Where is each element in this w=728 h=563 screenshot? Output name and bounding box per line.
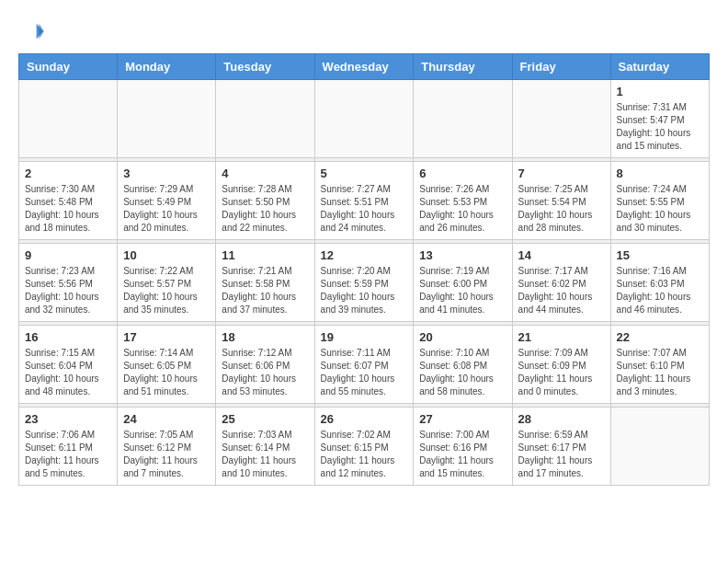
calendar-week-4: 16Sunrise: 7:15 AM Sunset: 6:04 PM Dayli… xyxy=(19,326,710,404)
day-number: 26 xyxy=(321,412,408,426)
day-info: Sunrise: 7:21 AM Sunset: 5:58 PM Dayligh… xyxy=(222,265,308,316)
calendar-cell: 4Sunrise: 7:28 AM Sunset: 5:50 PM Daylig… xyxy=(216,162,314,240)
calendar-cell: 5Sunrise: 7:27 AM Sunset: 5:51 PM Daylig… xyxy=(314,162,414,240)
calendar-week-2: 2Sunrise: 7:30 AM Sunset: 5:48 PM Daylig… xyxy=(19,162,710,240)
calendar-cell: 1Sunrise: 7:31 AM Sunset: 5:47 PM Daylig… xyxy=(610,80,709,158)
day-number: 17 xyxy=(123,330,210,344)
day-info: Sunrise: 7:26 AM Sunset: 5:53 PM Dayligh… xyxy=(419,183,506,235)
weekday-header-monday: Monday xyxy=(118,54,216,80)
calendar-cell: 24Sunrise: 7:05 AM Sunset: 6:12 PM Dayli… xyxy=(118,408,216,486)
weekday-header-sunday: Sunday xyxy=(19,54,118,80)
day-number: 14 xyxy=(518,248,605,262)
day-number: 12 xyxy=(321,248,408,262)
day-info: Sunrise: 7:12 AM Sunset: 6:06 PM Dayligh… xyxy=(222,347,308,398)
weekday-header-friday: Friday xyxy=(512,54,610,80)
svg-marker-1 xyxy=(39,24,44,40)
day-number: 5 xyxy=(321,167,408,180)
day-info: Sunrise: 7:25 AM Sunset: 5:54 PM Dayligh… xyxy=(518,183,605,235)
calendar-cell: 9Sunrise: 7:23 AM Sunset: 5:56 PM Daylig… xyxy=(19,244,118,322)
calendar-cell: 19Sunrise: 7:11 AM Sunset: 6:07 PM Dayli… xyxy=(314,326,414,404)
day-number: 9 xyxy=(25,248,111,262)
day-number: 11 xyxy=(222,248,308,262)
calendar-cell: 23Sunrise: 7:06 AM Sunset: 6:11 PM Dayli… xyxy=(19,408,118,486)
day-info: Sunrise: 7:10 AM Sunset: 6:08 PM Dayligh… xyxy=(419,347,506,398)
day-number: 1 xyxy=(617,85,703,98)
day-info: Sunrise: 7:07 AM Sunset: 6:10 PM Dayligh… xyxy=(617,347,703,398)
calendar-cell xyxy=(314,80,414,158)
calendar-cell: 10Sunrise: 7:22 AM Sunset: 5:57 PM Dayli… xyxy=(118,244,216,322)
logo-icon xyxy=(18,18,44,44)
day-number: 25 xyxy=(222,412,308,426)
day-info: Sunrise: 7:09 AM Sunset: 6:09 PM Dayligh… xyxy=(518,347,605,398)
day-info: Sunrise: 7:30 AM Sunset: 5:48 PM Dayligh… xyxy=(25,183,111,235)
day-number: 19 xyxy=(321,330,408,344)
day-info: Sunrise: 7:24 AM Sunset: 5:55 PM Dayligh… xyxy=(617,183,703,235)
day-number: 15 xyxy=(617,248,703,262)
day-number: 22 xyxy=(617,330,703,344)
calendar-cell: 8Sunrise: 7:24 AM Sunset: 5:55 PM Daylig… xyxy=(610,162,709,240)
day-number: 3 xyxy=(123,167,210,180)
calendar-week-5: 23Sunrise: 7:06 AM Sunset: 6:11 PM Dayli… xyxy=(19,408,710,486)
day-number: 21 xyxy=(518,330,605,344)
weekday-header-tuesday: Tuesday xyxy=(216,54,314,80)
calendar-cell: 28Sunrise: 6:59 AM Sunset: 6:17 PM Dayli… xyxy=(512,408,610,486)
day-number: 8 xyxy=(617,167,703,180)
calendar-cell: 7Sunrise: 7:25 AM Sunset: 5:54 PM Daylig… xyxy=(512,162,610,240)
weekday-header-wednesday: Wednesday xyxy=(314,54,414,80)
calendar-cell: 6Sunrise: 7:26 AM Sunset: 5:53 PM Daylig… xyxy=(414,162,512,240)
calendar-cell xyxy=(512,80,610,158)
calendar-cell: 20Sunrise: 7:10 AM Sunset: 6:08 PM Dayli… xyxy=(414,326,512,404)
calendar-cell: 2Sunrise: 7:30 AM Sunset: 5:48 PM Daylig… xyxy=(19,162,118,240)
calendar-cell: 14Sunrise: 7:17 AM Sunset: 6:02 PM Dayli… xyxy=(512,244,610,322)
calendar-cell: 16Sunrise: 7:15 AM Sunset: 6:04 PM Dayli… xyxy=(19,326,118,404)
day-info: Sunrise: 7:29 AM Sunset: 5:49 PM Dayligh… xyxy=(123,183,210,235)
calendar-cell: 25Sunrise: 7:03 AM Sunset: 6:14 PM Dayli… xyxy=(216,408,314,486)
day-number: 7 xyxy=(518,167,605,180)
calendar-cell: 21Sunrise: 7:09 AM Sunset: 6:09 PM Dayli… xyxy=(512,326,610,404)
calendar-cell xyxy=(414,80,512,158)
day-info: Sunrise: 7:22 AM Sunset: 5:57 PM Dayligh… xyxy=(123,265,210,316)
day-number: 27 xyxy=(419,412,506,426)
calendar-cell: 12Sunrise: 7:20 AM Sunset: 5:59 PM Dayli… xyxy=(314,244,414,322)
day-info: Sunrise: 7:14 AM Sunset: 6:05 PM Dayligh… xyxy=(123,347,210,398)
day-info: Sunrise: 7:15 AM Sunset: 6:04 PM Dayligh… xyxy=(25,347,111,398)
day-number: 23 xyxy=(25,412,111,426)
day-number: 6 xyxy=(419,167,506,180)
day-number: 2 xyxy=(25,167,111,180)
day-info: Sunrise: 6:59 AM Sunset: 6:17 PM Dayligh… xyxy=(518,429,605,480)
day-info: Sunrise: 7:16 AM Sunset: 6:03 PM Dayligh… xyxy=(617,265,703,316)
day-number: 20 xyxy=(419,330,506,344)
page-header xyxy=(18,18,710,44)
day-number: 4 xyxy=(222,167,308,180)
day-info: Sunrise: 7:06 AM Sunset: 6:11 PM Dayligh… xyxy=(25,429,111,480)
weekday-header-thursday: Thursday xyxy=(414,54,512,80)
day-number: 16 xyxy=(25,330,111,344)
day-info: Sunrise: 7:20 AM Sunset: 5:59 PM Dayligh… xyxy=(321,265,408,316)
weekday-header-saturday: Saturday xyxy=(610,54,709,80)
day-number: 10 xyxy=(123,248,210,262)
day-info: Sunrise: 7:00 AM Sunset: 6:16 PM Dayligh… xyxy=(419,429,506,480)
day-info: Sunrise: 7:17 AM Sunset: 6:02 PM Dayligh… xyxy=(518,265,605,316)
day-info: Sunrise: 7:23 AM Sunset: 5:56 PM Dayligh… xyxy=(25,265,111,316)
calendar-week-1: 1Sunrise: 7:31 AM Sunset: 5:47 PM Daylig… xyxy=(19,80,710,158)
day-info: Sunrise: 7:27 AM Sunset: 5:51 PM Dayligh… xyxy=(321,183,408,235)
calendar-cell: 11Sunrise: 7:21 AM Sunset: 5:58 PM Dayli… xyxy=(216,244,314,322)
calendar-cell: 26Sunrise: 7:02 AM Sunset: 6:15 PM Dayli… xyxy=(314,408,414,486)
day-info: Sunrise: 7:11 AM Sunset: 6:07 PM Dayligh… xyxy=(321,347,408,398)
calendar-cell: 15Sunrise: 7:16 AM Sunset: 6:03 PM Dayli… xyxy=(610,244,709,322)
calendar-cell xyxy=(19,80,118,158)
calendar-table: SundayMondayTuesdayWednesdayThursdayFrid… xyxy=(18,53,710,486)
day-number: 24 xyxy=(123,412,210,426)
day-number: 18 xyxy=(222,330,308,344)
calendar-cell: 13Sunrise: 7:19 AM Sunset: 6:00 PM Dayli… xyxy=(414,244,512,322)
calendar-cell: 27Sunrise: 7:00 AM Sunset: 6:16 PM Dayli… xyxy=(414,408,512,486)
day-number: 13 xyxy=(419,248,506,262)
day-number: 28 xyxy=(518,412,605,426)
weekday-header-row: SundayMondayTuesdayWednesdayThursdayFrid… xyxy=(19,54,710,80)
calendar-cell: 3Sunrise: 7:29 AM Sunset: 5:49 PM Daylig… xyxy=(118,162,216,240)
calendar-week-3: 9Sunrise: 7:23 AM Sunset: 5:56 PM Daylig… xyxy=(19,244,710,322)
calendar-cell xyxy=(118,80,216,158)
day-info: Sunrise: 7:05 AM Sunset: 6:12 PM Dayligh… xyxy=(123,429,210,480)
day-info: Sunrise: 7:03 AM Sunset: 6:14 PM Dayligh… xyxy=(222,429,308,480)
calendar-cell xyxy=(610,408,709,486)
